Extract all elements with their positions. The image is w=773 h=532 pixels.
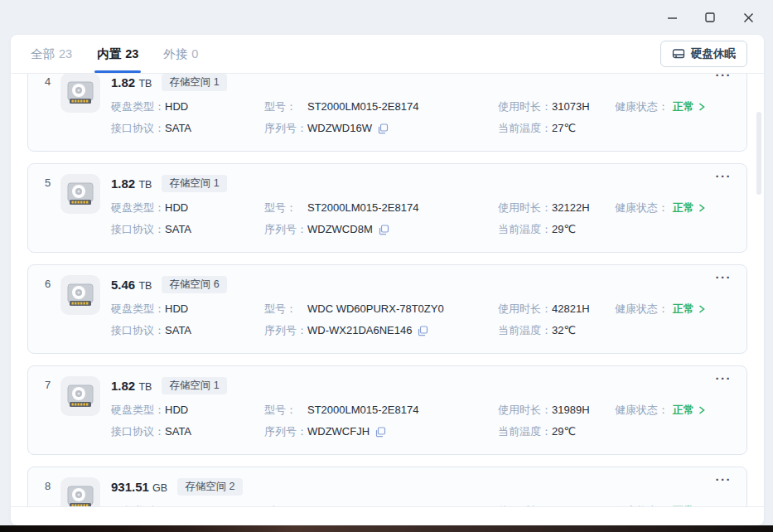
disk-type-field: 硬盘类型：HDD <box>111 201 264 215</box>
disk-card: 6 5.46 TB 存储空间 6 <box>27 264 747 354</box>
disk-details: 1.82 TB 存储空间 1 硬盘类型：HDD 型号：ST2000LM015-2… <box>111 74 730 139</box>
disk-list: 4 1.82 TB 存储空间 1 <box>27 74 747 507</box>
disk-capacity: 1.82 TB <box>111 177 152 191</box>
health-status-link[interactable]: 健康状态：正常 <box>615 201 730 215</box>
scrollbar-thumb[interactable] <box>756 112 761 195</box>
health-status-value: 正常 <box>673 201 694 215</box>
health-status-value: 正常 <box>673 302 694 317</box>
close-button[interactable] <box>735 5 761 30</box>
tab-internal[interactable]: 内置 23 <box>97 35 138 73</box>
hdd-icon <box>60 74 100 113</box>
usage-hours-field: 使用时长：32122H <box>498 201 615 215</box>
hdd-icon <box>60 275 100 315</box>
disk-capacity: 5.46 TB <box>111 278 152 292</box>
disk-manager-panel: 全部 23 内置 23 外接 0 硬盘休眠 4 <box>11 35 764 525</box>
more-menu-button[interactable]: ··· <box>716 169 732 183</box>
maximize-icon <box>705 12 715 22</box>
more-menu-button[interactable]: ··· <box>716 74 732 82</box>
tab-external[interactable]: 外接 0 <box>163 35 198 73</box>
model-field: 型号：WDC WD10SPSX-22A6WT0 <box>264 504 498 507</box>
storage-pool-badge: 存储空间 1 <box>162 175 226 192</box>
desktop-background-strip <box>0 525 773 532</box>
interface-field: 接口协议：SATA <box>111 222 264 237</box>
tab-all[interactable]: 全部 23 <box>31 35 72 73</box>
disk-sleep-button[interactable]: 硬盘休眠 <box>660 41 747 67</box>
disk-card: 4 1.82 TB 存储空间 1 <box>27 74 747 152</box>
window-titlebar <box>0 0 773 35</box>
disk-index: 5 <box>45 174 60 189</box>
chevron-right-icon <box>698 204 705 212</box>
disk-type-field: 硬盘类型：HDD <box>111 403 264 418</box>
disk-capacity: 1.82 TB <box>111 379 152 393</box>
disk-index: 4 <box>45 74 60 88</box>
maximize-button[interactable] <box>697 5 723 30</box>
more-menu-button[interactable]: ··· <box>716 371 732 385</box>
copy-icon[interactable] <box>379 225 389 235</box>
disk-details: 5.46 TB 存储空间 6 硬盘类型：HDD 型号：WDC WD60PURX-… <box>111 275 730 341</box>
disk-index: 6 <box>45 275 60 290</box>
health-status-link[interactable]: 健康状态：正常 <box>615 99 730 114</box>
hdd-icon <box>60 376 100 416</box>
tab-internal-label: 内置 <box>97 46 121 62</box>
serial-field: 序列号：WDZWCD8M <box>264 222 498 237</box>
disk-index: 7 <box>45 376 60 391</box>
temperature-field: 当前温度：29℃ <box>498 424 615 439</box>
health-status-value: 正常 <box>673 403 694 418</box>
chevron-right-icon <box>698 406 705 414</box>
temperature-field: 当前温度：32℃ <box>498 323 615 338</box>
model-field: 型号：ST2000LM015-2E8174 <box>264 99 498 114</box>
chevron-right-icon <box>698 305 705 313</box>
tabs-header: 全部 23 内置 23 外接 0 硬盘休眠 <box>11 35 764 74</box>
disk-details: 1.82 TB 存储空间 1 硬盘类型：HDD 型号：ST2000LM015-2… <box>111 174 730 240</box>
disk-type-field: 硬盘类型：HDD <box>111 99 264 114</box>
storage-pool-badge: 存储空间 1 <box>162 74 226 91</box>
storage-pool-badge: 存储空间 1 <box>162 377 226 394</box>
copy-icon[interactable] <box>375 427 386 438</box>
health-status-link[interactable]: 健康状态：正常 <box>615 302 730 317</box>
interface-field: 接口协议：SATA <box>111 424 264 439</box>
disk-card: 8 931.51 GB 存储空间 2 <box>27 467 747 507</box>
copy-icon[interactable] <box>378 123 389 134</box>
temperature-field: 当前温度：27℃ <box>498 121 615 136</box>
disk-details: 1.82 TB 存储空间 1 硬盘类型：HDD 型号：ST2000LM015-2… <box>111 376 730 443</box>
interface-field: 接口协议：SATA <box>111 121 264 136</box>
tab-external-count: 0 <box>191 47 198 60</box>
usage-hours-field: 使用时长：31989H <box>498 403 615 418</box>
usage-hours-field: 使用时长：31073H <box>498 99 615 114</box>
minimize-button[interactable] <box>659 5 685 30</box>
chevron-right-icon <box>698 103 705 111</box>
disk-list-viewport: 4 1.82 TB 存储空间 1 <box>11 74 764 507</box>
disk-type-field: 硬盘类型：HDD <box>111 504 264 507</box>
usage-hours-field: 使用时长：42821H <box>498 302 615 317</box>
more-menu-button[interactable]: ··· <box>716 472 732 486</box>
model-field: 型号：ST2000LM015-2E8174 <box>264 201 498 215</box>
disk-index: 8 <box>45 477 60 492</box>
usage-hours-field: 使用时长：29360H <box>498 504 615 507</box>
storage-pool-badge: 存储空间 2 <box>177 478 242 496</box>
tab-all-count: 23 <box>59 47 72 60</box>
serial-field: 序列号：WDZWCFJH <box>264 424 498 439</box>
disk-card: 5 1.82 TB 存储空间 1 <box>27 163 747 253</box>
hdd-icon <box>60 174 100 214</box>
disk-card: 7 1.82 TB 存储空间 1 <box>27 365 747 455</box>
tab-external-label: 外接 <box>163 46 187 62</box>
copy-icon[interactable] <box>418 326 428 336</box>
minimize-icon <box>667 12 678 23</box>
health-status-value: 正常 <box>673 99 694 114</box>
disk-type-field: 硬盘类型：HDD <box>111 302 264 317</box>
storage-pool-badge: 存储空间 6 <box>162 276 226 293</box>
disk-sleep-icon <box>672 48 685 60</box>
tab-all-label: 全部 <box>31 46 55 62</box>
model-field: 型号：ST2000LM015-2E8174 <box>264 403 498 418</box>
disk-capacity: 931.51 GB <box>111 480 167 494</box>
disk-capacity: 1.82 TB <box>111 75 152 89</box>
temperature-field: 当前温度：29℃ <box>498 222 615 237</box>
disk-sleep-label: 硬盘休眠 <box>691 46 736 61</box>
close-icon <box>743 12 754 23</box>
disk-details: 931.51 GB 存储空间 2 硬盘类型：HDD 型号：WDC WD10SPS… <box>111 477 730 507</box>
more-menu-button[interactable]: ··· <box>716 270 732 284</box>
health-status-link[interactable]: 健康状态：正常 <box>615 504 730 507</box>
health-status-link[interactable]: 健康状态：正常 <box>615 403 730 418</box>
serial-field: 序列号：WDZWD16W <box>264 121 498 136</box>
tab-internal-count: 23 <box>125 47 138 60</box>
